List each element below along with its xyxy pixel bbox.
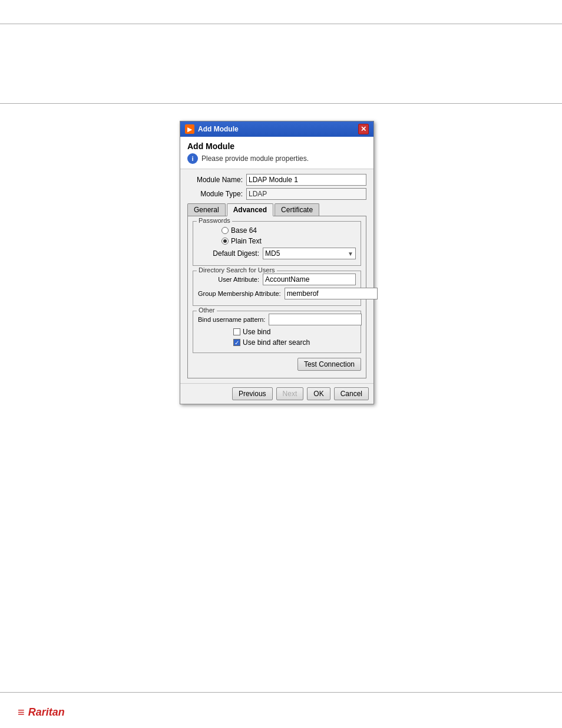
use-bind-after-label: Use bind after search bbox=[243, 338, 310, 347]
default-digest-label: Default Digest: bbox=[198, 249, 263, 258]
default-digest-select[interactable]: MD5 ▼ bbox=[263, 248, 356, 259]
module-type-row: Module Type: bbox=[187, 188, 366, 200]
test-connection-row: Test Connection bbox=[193, 358, 361, 371]
default-digest-row: Default Digest: MD5 ▼ bbox=[198, 248, 356, 259]
dialog-title-icon: ▶ bbox=[185, 124, 194, 134]
dialog-info-text: Please provide module properties. bbox=[201, 154, 309, 163]
group-membership-label: Group Membership Attribute: bbox=[198, 290, 285, 297]
dialog-body: Module Name: Module Type: General Advanc… bbox=[180, 169, 373, 383]
user-attribute-row: User Attribute: bbox=[198, 274, 356, 285]
directory-legend: Directory Search for Users bbox=[197, 266, 277, 274]
radio-base64-label: Base 64 bbox=[231, 226, 257, 235]
bottom-rule bbox=[0, 692, 562, 693]
radio-base64-row[interactable]: Base 64 bbox=[198, 226, 356, 235]
bind-pattern-row: Bind username pattern: bbox=[198, 314, 356, 325]
module-type-label: Module Type: bbox=[187, 190, 246, 198]
ok-button[interactable]: OK bbox=[307, 387, 330, 400]
passwords-section: Passwords Base 64 Plain Text Default Dig… bbox=[193, 221, 361, 266]
user-attribute-label: User Attribute: bbox=[198, 276, 263, 283]
mid-rule bbox=[0, 103, 562, 104]
radio-plaintext[interactable] bbox=[222, 238, 229, 245]
bind-pattern-input[interactable] bbox=[269, 314, 362, 325]
radio-plaintext-label: Plain Text bbox=[231, 237, 262, 245]
select-arrow-icon: ▼ bbox=[348, 251, 353, 257]
dialog-titlebar: ▶ Add Module ✕ bbox=[180, 121, 373, 137]
group-membership-input[interactable] bbox=[285, 288, 378, 299]
module-name-input[interactable] bbox=[246, 174, 366, 186]
raritan-logo-text: Raritan bbox=[28, 706, 65, 719]
dialog-header: Add Module i Please provide module prope… bbox=[180, 137, 373, 169]
radio-base64[interactable] bbox=[222, 227, 229, 234]
use-bind-checkbox[interactable] bbox=[233, 328, 240, 335]
module-name-label: Module Name: bbox=[187, 176, 246, 184]
use-bind-row[interactable]: Use bind bbox=[198, 328, 356, 336]
use-bind-after-checkbox[interactable]: ✓ bbox=[233, 339, 240, 346]
dialog-header-title: Add Module bbox=[187, 141, 366, 151]
use-bind-label: Use bind bbox=[243, 328, 270, 336]
module-name-row: Module Name: bbox=[187, 174, 366, 186]
top-rule bbox=[0, 24, 562, 24]
tabs-row: General Advanced Certificate bbox=[187, 203, 366, 216]
info-icon: i bbox=[187, 153, 198, 164]
dialog-close-button[interactable]: ✕ bbox=[358, 124, 369, 134]
add-module-dialog: ▶ Add Module ✕ Add Module i Please provi… bbox=[180, 121, 374, 404]
dialog-footer: Previous Next OK Cancel bbox=[180, 383, 373, 404]
other-legend: Other bbox=[197, 307, 217, 314]
tab-content-advanced: Passwords Base 64 Plain Text Default Dig… bbox=[187, 216, 366, 378]
raritan-logo-icon: ≡ bbox=[18, 706, 25, 719]
group-membership-row: Group Membership Attribute: bbox=[198, 288, 356, 299]
other-section: Other Bind username pattern: Use bind ✓ … bbox=[193, 311, 361, 353]
directory-section: Directory Search for Users User Attribut… bbox=[193, 271, 361, 306]
use-bind-after-row[interactable]: ✓ Use bind after search bbox=[198, 338, 356, 347]
test-connection-button[interactable]: Test Connection bbox=[297, 358, 361, 371]
next-button[interactable]: Next bbox=[276, 387, 304, 400]
previous-button[interactable]: Previous bbox=[232, 387, 273, 400]
cancel-button[interactable]: Cancel bbox=[334, 387, 369, 400]
bind-pattern-label: Bind username pattern: bbox=[198, 316, 269, 323]
raritan-logo: ≡ Raritan bbox=[18, 706, 65, 719]
tab-general[interactable]: General bbox=[187, 203, 226, 216]
module-type-input bbox=[246, 188, 366, 200]
dialog-header-info: i Please provide module properties. bbox=[187, 153, 366, 164]
default-digest-value: MD5 bbox=[265, 249, 280, 258]
tab-advanced[interactable]: Advanced bbox=[227, 203, 273, 216]
titlebar-left: ▶ Add Module bbox=[185, 124, 239, 134]
tab-certificate[interactable]: Certificate bbox=[275, 203, 319, 216]
passwords-legend: Passwords bbox=[197, 217, 232, 224]
user-attribute-input[interactable] bbox=[263, 274, 356, 285]
dialog-title-text: Add Module bbox=[198, 125, 239, 133]
radio-plaintext-row[interactable]: Plain Text bbox=[198, 237, 356, 245]
